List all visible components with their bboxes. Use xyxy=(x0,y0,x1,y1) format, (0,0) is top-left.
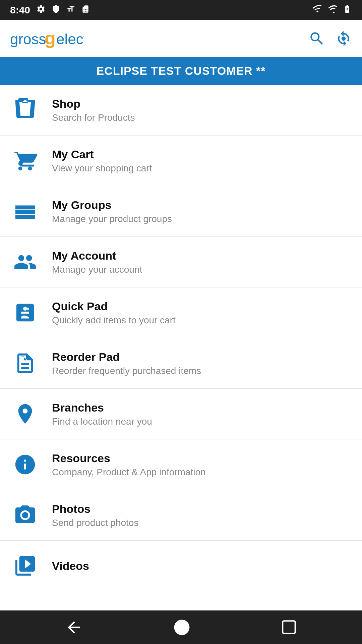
svg-text:gross: gross xyxy=(10,31,46,47)
menu-item-quick-pad[interactable]: Quick Pad Quickly add items to your cart xyxy=(0,287,362,338)
menu-item-branches[interactable]: Branches Find a location near you xyxy=(0,389,362,439)
customer-banner: ECLIPSE TEST CUSTOMER ** xyxy=(0,57,362,85)
menu-item-shop[interactable]: Shop Search for Products xyxy=(0,85,362,136)
photos-subtitle: Send product photos xyxy=(52,518,138,528)
bottom-nav xyxy=(0,610,362,644)
account-title: My Account xyxy=(52,249,142,262)
status-bar: 8:40 xyxy=(0,0,362,20)
photos-icon xyxy=(10,500,40,530)
svg-text:electric: electric xyxy=(56,31,84,47)
groups-title: My Groups xyxy=(52,199,172,212)
reorder-subtitle: Reorder frequently purchased items xyxy=(52,366,201,376)
photos-title: Photos xyxy=(52,502,138,516)
customer-name: ECLIPSE TEST CUSTOMER ** xyxy=(96,64,265,77)
shop-subtitle: Search for Products xyxy=(52,112,135,123)
quickpad-title: Quick Pad xyxy=(52,300,176,313)
search-button[interactable] xyxy=(308,30,325,47)
svg-rect-5 xyxy=(283,621,295,634)
reorder-title: Reorder Pad xyxy=(52,351,201,364)
svg-text:g: g xyxy=(45,28,56,48)
battery-icon xyxy=(343,4,352,16)
menu-item-photos[interactable]: Photos Send product photos xyxy=(0,490,362,541)
menu-item-account[interactable]: My Account Manage your account xyxy=(0,237,362,287)
signal-icon xyxy=(328,4,337,16)
logo[interactable]: gross g electric xyxy=(10,27,84,50)
shop-icon xyxy=(10,95,40,125)
menu-item-cart[interactable]: My Cart View your shopping cart xyxy=(0,136,362,186)
sim-icon xyxy=(81,5,90,16)
menu-item-videos[interactable]: Videos xyxy=(0,541,362,591)
resources-icon xyxy=(10,449,40,480)
font-icon xyxy=(66,5,75,16)
recent-apps-button[interactable] xyxy=(281,619,297,636)
resources-title: Resources xyxy=(52,452,206,465)
account-subtitle: Manage your account xyxy=(52,264,142,275)
groups-subtitle: Manage your product groups xyxy=(52,214,172,224)
shield-icon xyxy=(52,5,60,16)
wifi-icon xyxy=(312,4,322,16)
home-button[interactable] xyxy=(173,618,191,637)
svg-point-3 xyxy=(342,36,346,41)
account-icon xyxy=(10,247,40,277)
quickpad-icon xyxy=(10,298,40,328)
settings-icon xyxy=(36,4,46,16)
app-bar: gross g electric xyxy=(0,20,362,57)
cart-title: My Cart xyxy=(52,148,152,161)
branches-title: Branches xyxy=(52,401,152,414)
cart-icon xyxy=(10,146,40,176)
menu-list: Shop Search for Products My Cart View yo… xyxy=(0,85,362,610)
menu-item-reorder[interactable]: Reorder Pad Reorder frequently purchased… xyxy=(0,338,362,389)
quickpad-subtitle: Quickly add items to your cart xyxy=(52,315,176,326)
account-refresh-button[interactable] xyxy=(335,30,352,47)
resources-subtitle: Company, Product & App information xyxy=(52,467,206,478)
reorder-icon xyxy=(10,348,40,378)
back-button[interactable] xyxy=(65,618,83,637)
menu-item-groups[interactable]: My Groups Manage your product groups xyxy=(0,186,362,237)
videos-title: Videos xyxy=(52,559,89,573)
svg-point-4 xyxy=(174,620,190,635)
shop-title: Shop xyxy=(52,97,135,110)
branches-icon xyxy=(10,399,40,429)
videos-icon xyxy=(10,551,40,581)
status-time: 8:40 xyxy=(10,4,30,16)
groups-icon xyxy=(10,196,40,226)
menu-item-resources[interactable]: Resources Company, Product & App informa… xyxy=(0,439,362,490)
cart-subtitle: View your shopping cart xyxy=(52,163,152,174)
branches-subtitle: Find a location near you xyxy=(52,416,152,427)
